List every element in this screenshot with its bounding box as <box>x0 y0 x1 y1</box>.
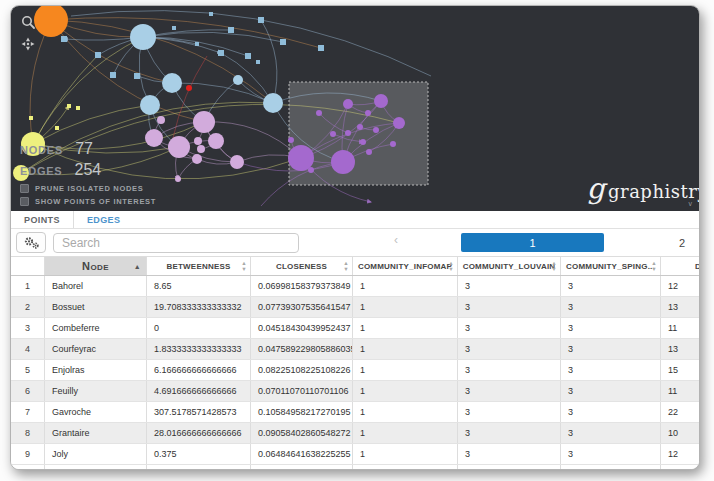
graph-node[interactable] <box>197 145 205 153</box>
graph-node[interactable] <box>263 93 283 113</box>
graph-node[interactable] <box>390 141 396 147</box>
table-cell: 1 <box>353 360 458 380</box>
graph-node[interactable] <box>256 60 260 64</box>
column-header-community-infomap[interactable]: COMMUNITY_INFOMAP▲▼ <box>353 257 458 275</box>
graph-node[interactable] <box>288 137 294 143</box>
column-header-closeness[interactable]: CLOSENESS▲▼ <box>251 257 353 275</box>
table-row[interactable]: 7Gavroche307.51785714285730.105849582172… <box>11 402 699 423</box>
column-header-community-sping-[interactable]: COMMUNITY_SPING...▲▼ <box>561 257 661 275</box>
graph-node[interactable] <box>162 73 182 93</box>
table-row[interactable]: 9Joly0.3750.0648464163822525513312 <box>11 444 699 465</box>
graph-node[interactable] <box>55 126 59 130</box>
graph-node[interactable] <box>233 75 243 85</box>
edges-count-value: 254 <box>75 161 102 179</box>
graph-node[interactable] <box>110 72 116 78</box>
page-1-button[interactable]: 1 <box>461 233 604 252</box>
table-cell: Bahorel <box>45 276 147 296</box>
graph-node[interactable] <box>195 42 199 46</box>
graph-node[interactable] <box>357 124 363 130</box>
graph-node[interactable] <box>366 149 372 155</box>
column-header-community-louvain[interactable]: COMMUNITY_LOUVAIN▲▼ <box>458 257 561 275</box>
search-input[interactable] <box>53 233 299 253</box>
table-cell: 28.016666666666666 <box>147 423 251 443</box>
nodes-count-label: NODES <box>20 144 63 156</box>
table-row[interactable]: 3Combeferre00.0451843043995243713311 <box>11 318 699 339</box>
graph-node[interactable] <box>218 50 224 56</box>
column-header-d[interactable]: D <box>661 257 699 275</box>
graph-node[interactable] <box>343 99 353 109</box>
column-settings-button[interactable] <box>16 232 46 253</box>
show-points-of-interest-checkbox[interactable] <box>20 197 29 206</box>
graph-node[interactable] <box>193 111 215 133</box>
page-2-button[interactable]: 2 <box>669 233 695 252</box>
table-row[interactable]: 2Bossuet19.7083333333333320.077393075356… <box>11 297 699 318</box>
tab-edges[interactable]: EDGES <box>74 211 134 228</box>
graph-node[interactable] <box>245 53 251 59</box>
graph-node[interactable] <box>316 110 322 116</box>
table-row[interactable]: 1Bahorel8.650.0699815837937384913312 <box>11 276 699 297</box>
table-cell: 11 <box>661 318 699 338</box>
tab-points[interactable]: POINTS <box>11 211 74 228</box>
table-cell: 12 <box>661 276 699 296</box>
table-row[interactable]: 4Courfeyrac1.83333333333333330.047589229… <box>11 339 699 360</box>
table-row[interactable]: 8Grantaire28.0166666666666660.0905840286… <box>11 423 699 444</box>
graph-node[interactable] <box>345 130 351 136</box>
graphistry-logo-glyph: g <box>587 178 605 200</box>
graph-node[interactable] <box>140 95 160 115</box>
graph-node[interactable] <box>157 116 165 124</box>
graph-node[interactable] <box>365 110 371 116</box>
column-header-betweenness[interactable]: BETWEENNESS▲▼ <box>147 257 251 275</box>
row-number: 1 <box>11 276 45 296</box>
graph-node[interactable] <box>192 154 202 164</box>
graph-node[interactable] <box>186 85 192 91</box>
graph-node[interactable] <box>168 136 190 158</box>
graph-node[interactable] <box>95 52 101 58</box>
zoom-icon[interactable] <box>20 14 36 30</box>
table-cell: 3 <box>458 402 561 422</box>
prune-isolated-nodes-checkbox[interactable] <box>20 184 29 193</box>
graph-edge <box>261 20 277 103</box>
table-cell: 0.07739307535641547 <box>251 297 353 317</box>
graph-node[interactable] <box>172 26 176 30</box>
graph-node[interactable] <box>330 131 336 137</box>
table-cell: 15 <box>661 360 699 380</box>
graph-node[interactable] <box>373 127 379 133</box>
row-number: 6 <box>11 381 45 401</box>
graph-node[interactable] <box>280 39 286 45</box>
graph-node[interactable] <box>175 176 181 182</box>
table-row[interactable]: 6Feuilly4.6916666666666660.0701107011070… <box>11 381 699 402</box>
table-row[interactable]: 5Enjolras6.1666666666666660.082251082251… <box>11 360 699 381</box>
graph-node[interactable] <box>61 36 67 42</box>
graph-node[interactable] <box>393 117 405 129</box>
graph-node[interactable] <box>134 73 140 79</box>
table-cell: 22 <box>661 402 699 422</box>
graph-node[interactable] <box>258 17 264 23</box>
graph-node[interactable] <box>360 139 366 145</box>
graph-node[interactable] <box>76 106 80 110</box>
center-pan-icon[interactable] <box>20 36 36 52</box>
graph-node[interactable] <box>34 6 68 37</box>
graph-node[interactable] <box>194 137 202 145</box>
graph-node[interactable] <box>308 167 314 173</box>
prune-isolated-nodes-label: PRUNE ISOLATED NODES <box>35 184 143 193</box>
table-body: 1Bahorel8.650.06998158379373849133122Bos… <box>11 276 699 469</box>
table-cell: 6.166666666666666 <box>147 360 251 380</box>
graph-node[interactable] <box>209 12 213 16</box>
graph-node[interactable] <box>230 155 244 169</box>
graph-node[interactable] <box>288 145 314 171</box>
graph-node[interactable] <box>331 150 355 174</box>
graph-node[interactable] <box>29 116 33 120</box>
graph-node[interactable] <box>208 133 224 149</box>
table-tabbar: POINTS EDGES <box>11 211 699 229</box>
graph-node[interactable] <box>374 94 388 108</box>
table-cell <box>251 465 353 469</box>
column-header-node[interactable]: Node▲ <box>45 257 147 275</box>
graph-node[interactable] <box>228 27 234 33</box>
prev-page-button[interactable]: ‹ <box>387 233 405 247</box>
graph-node[interactable] <box>130 24 156 50</box>
table-cell <box>661 465 699 469</box>
graph-node[interactable] <box>67 104 71 108</box>
graph-canvas[interactable]: NODES 77 EDGES 254 PRUNE ISOLATED NODES … <box>11 6 699 211</box>
table-cell: 1 <box>353 276 458 296</box>
graph-node[interactable] <box>318 45 324 51</box>
